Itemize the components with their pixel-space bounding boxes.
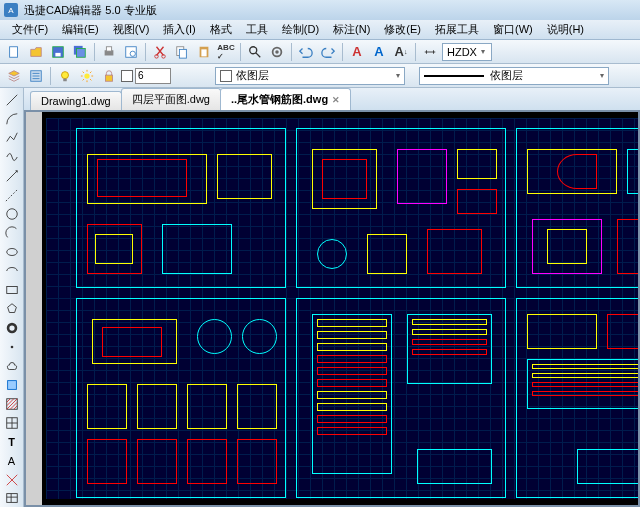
dim-icon[interactable] xyxy=(420,42,440,62)
chevron-down-icon: ▾ xyxy=(396,71,400,80)
svg-rect-14 xyxy=(201,49,206,56)
textstyle-a-icon[interactable]: A xyxy=(347,42,367,62)
svg-point-15 xyxy=(250,46,257,53)
menu-file[interactable]: 文件(F) xyxy=(6,20,54,39)
print-icon[interactable] xyxy=(99,42,119,62)
linetype-dropdown[interactable]: 依图层 ▾ xyxy=(419,67,609,85)
toolbar-layers: 依图层 ▾ 依图层 ▾ xyxy=(0,64,640,88)
layer-props-icon[interactable] xyxy=(26,66,46,86)
layer-number-input[interactable] xyxy=(135,68,171,84)
window-titlebar: A 迅捷CAD编辑器 5.0 专业版 xyxy=(0,0,640,20)
menu-tools[interactable]: 工具 xyxy=(240,20,274,39)
revision-cloud-icon[interactable] xyxy=(3,357,21,374)
textstyle-dropdown[interactable]: HZDX▾ xyxy=(442,43,492,61)
paste-icon[interactable] xyxy=(194,42,214,62)
drawing-sheet xyxy=(46,118,640,499)
frame xyxy=(76,128,286,288)
spellcheck-icon[interactable]: ABC✓ xyxy=(216,42,236,62)
line-preview-icon xyxy=(424,75,484,77)
menu-view[interactable]: 视图(V) xyxy=(107,20,156,39)
hatch-icon[interactable] xyxy=(3,395,21,412)
circle-icon[interactable] xyxy=(3,206,21,223)
spline-icon[interactable] xyxy=(3,149,21,166)
frame xyxy=(516,128,640,288)
point-icon[interactable] xyxy=(3,338,21,355)
chevron-down-icon: ▾ xyxy=(600,71,604,80)
polygon-icon[interactable] xyxy=(3,300,21,317)
layers-icon[interactable] xyxy=(4,66,24,86)
print-preview-icon[interactable] xyxy=(121,42,141,62)
separator xyxy=(145,43,146,61)
redo-icon[interactable] xyxy=(318,42,338,62)
ray-icon[interactable] xyxy=(3,168,21,185)
textstyle-a3-icon[interactable]: A↓ xyxy=(391,42,411,62)
textstyle-value: HZDX xyxy=(447,46,477,58)
menu-extend[interactable]: 拓展工具 xyxy=(429,20,485,39)
donut-icon[interactable] xyxy=(3,319,21,336)
text-icon[interactable]: A xyxy=(3,452,21,469)
undo-icon[interactable] xyxy=(296,42,316,62)
menu-window[interactable]: 窗口(W) xyxy=(487,20,539,39)
menu-modify[interactable]: 修改(E) xyxy=(378,20,427,39)
svg-point-17 xyxy=(275,50,279,54)
table-icon[interactable] xyxy=(3,490,21,507)
tab-label: ..尾水管钢筋图.dwg xyxy=(231,92,328,107)
cut-icon[interactable] xyxy=(150,42,170,62)
tab-floor4[interactable]: 四层平面图.dwg xyxy=(121,88,221,110)
line-icon[interactable] xyxy=(3,92,21,109)
tab-rebar[interactable]: ..尾水管钢筋图.dwg✕ xyxy=(220,88,351,110)
elliparc-icon[interactable] xyxy=(3,263,21,280)
polyline-icon[interactable] xyxy=(3,130,21,147)
workarea: Drawing1.dwg 四层平面图.dwg ..尾水管钢筋图.dwg✕ xyxy=(24,88,640,507)
drawing-canvas[interactable] xyxy=(24,110,640,507)
svg-point-27 xyxy=(9,325,14,330)
frame xyxy=(296,128,506,288)
block-icon[interactable] xyxy=(3,414,21,431)
new-icon[interactable] xyxy=(4,42,24,62)
arc2-icon[interactable] xyxy=(3,225,21,242)
menu-dim[interactable]: 标注(N) xyxy=(327,20,376,39)
open-icon[interactable] xyxy=(26,42,46,62)
menu-edit[interactable]: 编辑(E) xyxy=(56,20,105,39)
svg-rect-20 xyxy=(63,78,67,81)
menu-help[interactable]: 说明(H) xyxy=(541,20,590,39)
separator xyxy=(240,43,241,61)
svg-rect-32 xyxy=(6,494,17,503)
window-title: 迅捷CAD编辑器 5.0 专业版 xyxy=(24,3,157,18)
close-icon[interactable]: ✕ xyxy=(332,95,340,105)
copy-icon[interactable] xyxy=(172,42,192,62)
mtext-icon[interactable]: T xyxy=(3,433,21,450)
color-swatch[interactable] xyxy=(121,70,133,82)
svg-rect-2 xyxy=(55,52,60,56)
svg-rect-12 xyxy=(179,49,186,58)
lock-icon[interactable] xyxy=(99,66,119,86)
frame xyxy=(516,298,640,498)
tab-drawing1[interactable]: Drawing1.dwg xyxy=(30,91,122,110)
bulb-on-icon[interactable] xyxy=(55,66,75,86)
find-icon[interactable] xyxy=(245,42,265,62)
toolbar-standard: ABC✓ A A A↓ HZDX▾ xyxy=(0,40,640,64)
menu-insert[interactable]: 插入(I) xyxy=(157,20,201,39)
color-value: 依图层 xyxy=(236,68,269,83)
sun-icon[interactable] xyxy=(77,66,97,86)
textstyle-a2-icon[interactable]: A xyxy=(369,42,389,62)
frame xyxy=(76,298,286,498)
menu-draw[interactable]: 绘制(D) xyxy=(276,20,325,39)
xline-icon[interactable] xyxy=(3,187,21,204)
draw-toolbar: T A xyxy=(0,88,24,507)
rect-icon[interactable] xyxy=(3,282,21,299)
tab-label: Drawing1.dwg xyxy=(41,95,111,107)
region-icon[interactable] xyxy=(3,376,21,393)
arc-icon[interactable] xyxy=(3,111,21,128)
tab-label: 四层平面图.dwg xyxy=(132,92,210,107)
wipeout-icon[interactable] xyxy=(3,471,21,488)
svg-rect-29 xyxy=(7,380,16,389)
save-icon[interactable] xyxy=(48,42,68,62)
svg-rect-4 xyxy=(77,48,86,57)
ellipse-icon[interactable] xyxy=(3,244,21,261)
saveall-icon[interactable] xyxy=(70,42,90,62)
menu-format[interactable]: 格式 xyxy=(204,20,238,39)
color-dropdown[interactable]: 依图层 ▾ xyxy=(215,67,405,85)
gear-icon[interactable] xyxy=(267,42,287,62)
separator xyxy=(415,43,416,61)
